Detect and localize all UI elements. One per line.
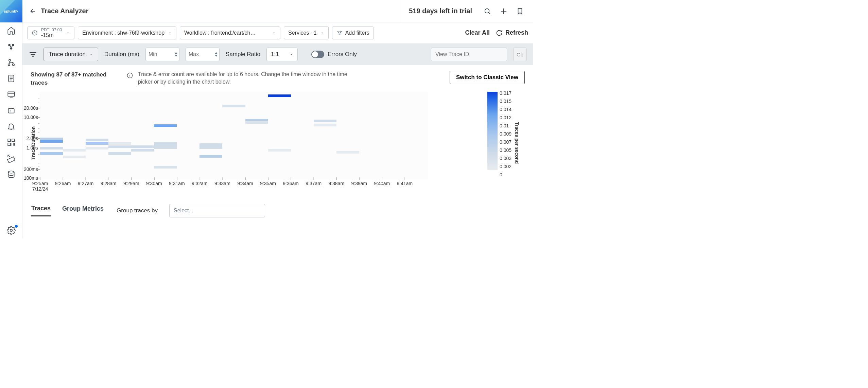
errors-only-label: Errors Only [328,51,357,58]
y-axis-label: Trace Duration [31,126,36,160]
svg-point-4 [10,47,12,50]
left-sidebar: splunk> [0,0,22,238]
heatmap-cell[interactable] [108,142,131,145]
sidebar-settings[interactable] [0,222,22,238]
back-button[interactable] [27,5,39,17]
heatmap-cell[interactable] [40,140,63,143]
sidebar-log[interactable] [0,70,22,86]
chart-area: Trace Duration 20.00s10.00s2.00s1.00s200… [22,90,533,198]
svg-rect-9 [8,92,15,96]
svg-rect-11 [8,139,11,142]
heatmap-cell[interactable] [245,121,268,124]
svg-rect-12 [12,139,15,142]
search-icon[interactable] [479,0,496,22]
refresh-icon [496,30,503,36]
refresh-button[interactable]: Refresh [496,29,528,36]
errors-only-toggle[interactable] [311,51,324,58]
sidebar-rum[interactable] [0,54,22,70]
chevron-down-icon [89,52,93,56]
svg-rect-10 [8,108,14,113]
heatmap-cell[interactable] [108,152,131,155]
sidebar-synthetics[interactable] [0,86,22,102]
svg-point-5 [8,59,10,61]
sidebar-home[interactable] [0,22,22,38]
sidebar-dashboards[interactable] [0,134,22,150]
heatmap-cell[interactable] [314,120,336,122]
svg-point-7 [12,64,14,65]
environment-filter[interactable]: Environment : shw-76f9-workshop [78,27,176,39]
go-button[interactable]: Go [513,48,527,61]
duration-label: Duration (ms) [104,51,139,58]
heatmap-cell[interactable] [86,139,108,141]
clock-icon [32,30,38,36]
heatmap-cell[interactable] [222,105,245,107]
workflow-filter[interactable]: Workflow : frontend:/cart/ch… [180,27,280,39]
heatmap-cell[interactable] [199,146,222,149]
group-by-select[interactable]: Select... [169,204,265,217]
info-icon [126,72,133,79]
x-axis: 9:25am7/12/249:26am9:27am9:28am9:29am9:3… [40,181,428,194]
heatmap-cell[interactable] [86,142,108,145]
heatmap-cell[interactable] [199,155,222,158]
stepper-down-icon[interactable] [214,54,218,57]
trial-counter: 519 days left in trial [402,0,479,22]
svg-point-6 [8,64,10,65]
top-header: Trace Analyzer 519 days left in trial [22,0,533,22]
svg-rect-14 [7,157,15,163]
info-message: Trace & error count are available for up… [138,71,355,86]
bookmark-icon[interactable] [512,0,528,22]
heatmap-cell[interactable] [63,156,86,158]
services-filter[interactable]: Services · 1 [284,27,329,39]
heatmap-plot[interactable] [40,92,428,179]
splunk-logo[interactable]: splunk> [0,0,22,22]
heatmap-cell[interactable] [154,124,177,127]
time-picker[interactable]: PDT -07:00 -15m [27,27,74,39]
heatmap-cell[interactable] [314,124,336,126]
switch-classic-view-button[interactable]: Switch to Classic View [450,71,525,84]
heatmap-cell[interactable] [40,147,63,149]
heatmap-cell[interactable] [131,149,154,152]
chevron-down-icon [66,31,70,35]
heatmap-cell[interactable] [154,143,177,146]
heatmap-cell[interactable] [63,149,86,152]
duration-min-input[interactable] [145,48,179,61]
chevron-down-icon [289,52,293,56]
svg-point-16 [10,229,12,231]
sidebar-metrics[interactable] [0,150,22,166]
heatmap-cell[interactable] [336,151,359,154]
sample-ratio-select[interactable]: 1:1 [266,48,298,61]
info-row: Showing 87 of 87+ matched traces Trace &… [22,65,533,90]
chevron-down-icon [168,31,172,35]
tab-traces[interactable]: Traces [31,205,51,216]
add-filters-button[interactable]: Add filters [332,27,374,39]
heatmap-cell[interactable] [40,152,63,155]
stepper-up-icon[interactable] [174,52,178,54]
sidebar-apm[interactable] [0,38,22,54]
heatmap-cell[interactable] [108,145,131,148]
heatmap-cell[interactable] [199,143,222,146]
heatmap-cell[interactable] [268,94,291,97]
heatmap-cell[interactable] [86,147,108,149]
heatmap-cell[interactable] [131,145,154,148]
result-tabs: Traces Group Metrics Group traces by Sel… [22,198,533,217]
svg-point-15 [8,171,14,173]
sidebar-data[interactable] [0,166,22,182]
stepper-up-icon[interactable] [214,52,218,54]
timezone-label: PDT -07:00 [41,28,62,32]
add-icon[interactable] [496,0,512,22]
chevron-down-icon [272,31,276,35]
tab-group-metrics[interactable]: Group Metrics [62,205,104,216]
heatmap-cell[interactable] [268,149,291,152]
heatmap-cell[interactable] [154,166,177,169]
sidebar-infra[interactable] [0,102,22,118]
filter-icon [336,30,343,36]
stepper-down-icon[interactable] [174,54,178,57]
chevron-down-icon [320,31,324,35]
heatmap-cell[interactable] [154,146,177,149]
trace-id-input[interactable] [431,48,507,61]
clear-all-button[interactable]: Clear All [465,29,490,36]
metric-dropdown[interactable]: Trace duration [44,48,98,61]
duration-max-input[interactable] [186,48,220,61]
sidebar-alerts[interactable] [0,118,22,134]
logo-text: splunk> [4,9,18,13]
